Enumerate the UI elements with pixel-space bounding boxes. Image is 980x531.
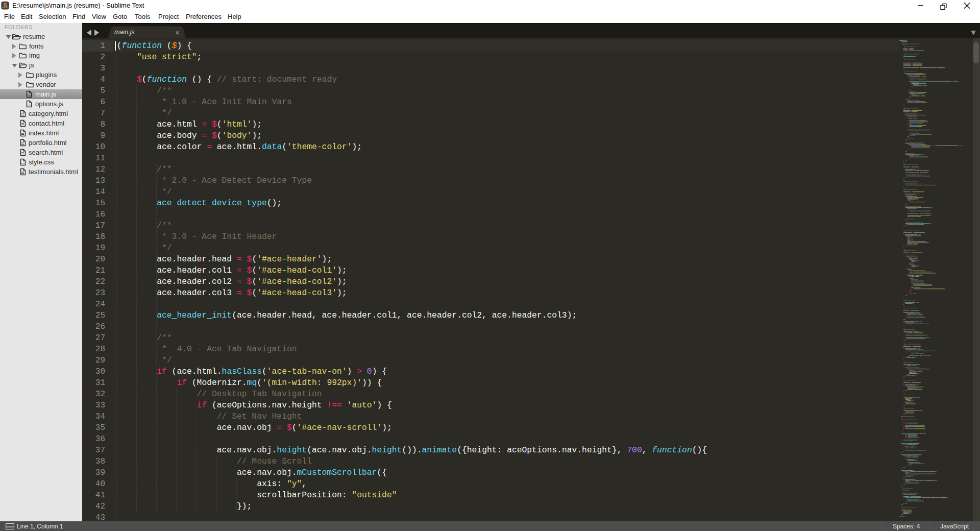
svg-text:S: S bbox=[4, 2, 7, 8]
svg-text:<>: <> bbox=[27, 104, 30, 107]
svg-text:<>: <> bbox=[27, 94, 30, 97]
svg-text:<>: <> bbox=[21, 161, 24, 164]
